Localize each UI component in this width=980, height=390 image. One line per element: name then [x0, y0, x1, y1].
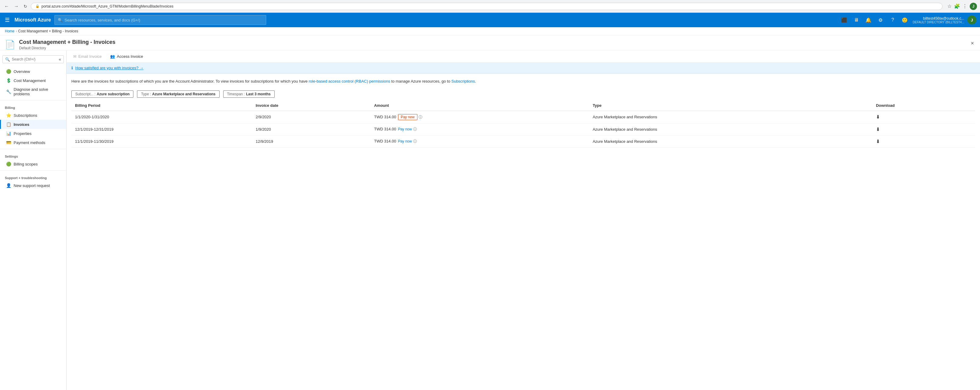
cell-download: ⬇ — [872, 135, 975, 147]
filter-type[interactable]: Type : Azure Marketplace and Reservation… — [137, 91, 219, 98]
settings-section-label: Settings — [0, 151, 66, 159]
email-invoice-button[interactable]: ✉ Email Invoice — [72, 53, 103, 60]
blade-title-area: 📄 Cost Management + Billing - Invoices D… — [5, 39, 116, 50]
menu-button[interactable]: ⋮ — [963, 3, 967, 9]
access-invoice-button[interactable]: 👥 Access Invoice — [108, 53, 145, 60]
sidebar-item-billing-scopes[interactable]: 🟢 Billing scopes — [0, 159, 66, 169]
browser-profile[interactable]: J — [970, 3, 977, 10]
url-text: portal.azure.com/#blade/Microsoft_Azure_… — [41, 4, 173, 8]
description-text: Here are the invoices for subscriptions … — [67, 73, 980, 88]
notifications-button[interactable]: 🔔 — [863, 14, 874, 25]
info-circle-icon[interactable]: ⓘ — [413, 139, 417, 143]
breadcrumb-current: Cost Management + Billing - Invoices — [18, 29, 78, 33]
browser-actions: ☆ 🧩 ⋮ J — [947, 3, 977, 10]
sidebar-search-input[interactable] — [12, 57, 57, 61]
info-circle-icon[interactable]: ⓘ — [418, 115, 422, 119]
cell-download: ⬇ — [872, 111, 975, 123]
cell-billing-period: 12/1/2019-12/31/2019 — [72, 123, 252, 135]
address-bar[interactable]: 🔒 portal.azure.com/#blade/Microsoft_Azur… — [31, 3, 942, 10]
pay-now-button[interactable]: Pay now — [398, 114, 417, 120]
cell-amount: TWD 314.00Pay nowⓘ — [371, 111, 589, 123]
cell-type: Azure Marketplace and Reservations — [589, 111, 872, 123]
close-button[interactable]: × — [969, 39, 975, 48]
hamburger-button[interactable]: ☰ — [4, 16, 11, 24]
cell-billing-period: 1/1/2020-1/31/2020 — [72, 111, 252, 123]
download-button[interactable]: ⬇ — [876, 114, 880, 120]
cell-amount: TWD 314.00Pay nowⓘ — [371, 123, 589, 135]
sidebar-item-diagnose[interactable]: 🔧 Diagnose and solve problems — [0, 85, 66, 98]
sidebar-item-invoices[interactable]: 📋 Invoices — [0, 120, 66, 129]
table-row: 12/1/2019-12/31/20191/9/2020TWD 314.00Pa… — [72, 123, 975, 135]
col-type: Type — [589, 100, 872, 111]
sidebar-item-subscriptions[interactable]: ⭐ Subscriptions — [0, 111, 66, 120]
azure-topbar: ☰ Microsoft Azure 🔍 ⬛ 🖥 🔔 ⚙ ? 🙂 billtest… — [0, 13, 980, 27]
star-button[interactable]: ☆ — [947, 3, 951, 9]
cell-type: Azure Marketplace and Reservations — [589, 123, 872, 135]
sidebar-collapse-button[interactable]: « — [59, 57, 61, 62]
sidebar-item-properties[interactable]: 📊 Properties — [0, 129, 66, 138]
page-subtitle: Default Directory — [19, 46, 116, 50]
filter-subscription[interactable]: Subscript... : Azure subscription — [72, 91, 134, 98]
sidebar-item-overview[interactable]: 🟢 Overview — [0, 67, 66, 76]
azure-search-bar[interactable]: 🔍 — [54, 15, 266, 25]
amount-value: TWD 314.00 — [374, 139, 396, 143]
feedback-button[interactable]: 🙂 — [899, 14, 910, 25]
download-button[interactable]: ⬇ — [876, 126, 880, 132]
cell-type: Azure Marketplace and Reservations — [589, 135, 872, 147]
search-input[interactable] — [64, 18, 263, 22]
sidebar-item-label: Cost Management — [14, 78, 46, 83]
table-container: Billing Period Invoice date Amount Type … — [67, 100, 980, 148]
sidebar-item-label: Payment methods — [14, 140, 45, 145]
user-avatar[interactable]: J — [967, 16, 976, 24]
table-row: 1/1/2020-1/31/20202/9/2020TWD 314.00Pay … — [72, 111, 975, 123]
pay-now-link[interactable]: Pay now — [398, 139, 412, 143]
overview-icon: 🟢 — [6, 69, 11, 74]
pay-now-link[interactable]: Pay now — [398, 127, 412, 131]
rbac-link[interactable]: role-based access control (RBAC) permiss… — [309, 79, 390, 83]
reload-button[interactable]: ↻ — [22, 3, 29, 10]
user-name: billtest456tw@outlook.c... — [923, 16, 964, 21]
filter-timespan[interactable]: Timespan : Last 3 months — [223, 91, 275, 98]
table-row: 11/1/2019-11/30/201912/9/2019TWD 314.00P… — [72, 135, 975, 147]
topbar-actions: ⬛ 🖥 🔔 ⚙ ? 🙂 billtest456tw@outlook.c... D… — [839, 14, 976, 25]
sidebar-divider-1 — [0, 100, 66, 100]
lock-icon: 🔒 — [35, 4, 40, 8]
sidebar-search-container[interactable]: 🔍 « — [2, 56, 64, 63]
properties-icon: 📊 — [6, 131, 11, 136]
support-section-label: Support + troubleshooting — [0, 172, 66, 181]
cloud-shell-button[interactable]: ⬛ — [839, 14, 850, 25]
sidebar-item-cost-management[interactable]: 💲 Cost Management — [0, 76, 66, 85]
subscriptions-icon: ⭐ — [6, 113, 11, 118]
satisfaction-link[interactable]: How satisfied are you with invoices? → — [75, 66, 143, 70]
back-button[interactable]: ← — [3, 3, 10, 10]
sidebar-item-payment-methods[interactable]: 💳 Payment methods — [0, 138, 66, 147]
cell-download: ⬇ — [872, 123, 975, 135]
settings-button[interactable]: ⚙ — [875, 14, 886, 25]
help-button[interactable]: ? — [887, 14, 898, 25]
col-invoice-date: Invoice date — [252, 100, 370, 111]
sidebar-item-label: Overview — [14, 69, 30, 74]
diagnose-icon: 🔧 — [6, 89, 11, 94]
download-button[interactable]: ⬇ — [876, 138, 880, 144]
breadcrumb-home[interactable]: Home — [5, 29, 14, 33]
forward-button[interactable]: → — [13, 3, 20, 10]
info-circle-icon[interactable]: ⓘ — [413, 127, 417, 131]
sidebar: 🔍 « 🟢 Overview 💲 Cost Management 🔧 Diagn… — [0, 51, 67, 390]
col-billing-period: Billing Period — [72, 100, 252, 111]
extensions-button[interactable]: 🧩 — [954, 3, 960, 9]
sidebar-item-label: Billing scopes — [14, 162, 38, 166]
access-icon: 👥 — [110, 54, 115, 59]
sidebar-item-new-support[interactable]: 👤 New support request — [0, 181, 66, 190]
subscriptions-link[interactable]: Subscriptions — [451, 79, 475, 83]
new-support-icon: 👤 — [6, 183, 11, 188]
breadcrumb: Home › Cost Management + Billing - Invoi… — [0, 27, 980, 35]
sidebar-item-label: New support request — [14, 183, 50, 188]
user-info: billtest456tw@outlook.c... DEFAULT DIREC… — [913, 16, 964, 24]
azure-logo: Microsoft Azure — [14, 17, 51, 23]
col-amount: Amount — [371, 100, 589, 111]
info-icon: ℹ — [72, 66, 73, 70]
cell-invoice-date: 2/9/2020 — [252, 111, 370, 123]
filter-bar: Subscript... : Azure subscription Type :… — [67, 88, 980, 100]
portal-settings-button[interactable]: 🖥 — [851, 14, 862, 25]
cell-amount: TWD 314.00Pay nowⓘ — [371, 135, 589, 147]
